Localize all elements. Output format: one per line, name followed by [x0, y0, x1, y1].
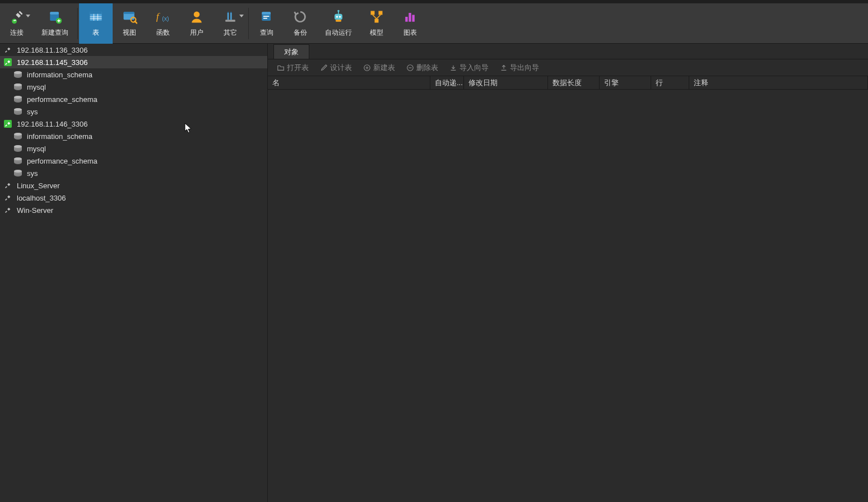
database-item[interactable]: sys: [0, 105, 267, 118]
columns-header: 名 自动递... 修改日期 数据长度 引擎 行 注释: [268, 76, 868, 90]
new-query-label: 新建查询: [41, 28, 68, 38]
column-data-length[interactable]: 数据长度: [548, 76, 600, 89]
connection-item[interactable]: 192.168.11.146_3306: [0, 118, 267, 130]
new-query-button[interactable]: 新建查询: [34, 3, 76, 44]
connect-button[interactable]: 连接: [0, 3, 34, 44]
user-button[interactable]: 用户: [180, 3, 213, 44]
connection-item[interactable]: Linux_Server: [0, 179, 267, 192]
database-item[interactable]: information_schema: [0, 68, 267, 81]
connection-label: localhost_3306: [17, 194, 66, 202]
action-label: 导出向导: [510, 63, 539, 73]
tab-object[interactable]: 对象: [273, 44, 309, 59]
svg-point-28: [339, 16, 341, 18]
table-list-body: [268, 90, 868, 502]
view-button[interactable]: 视图: [113, 3, 146, 44]
action-label: 新建表: [373, 63, 395, 73]
function-icon: f(x): [154, 8, 172, 26]
svg-rect-23: [262, 12, 271, 14]
database-icon: [13, 144, 22, 153]
svg-rect-35: [405, 17, 407, 22]
svg-rect-31: [336, 20, 342, 22]
svg-point-27: [336, 16, 338, 18]
plug-icon: [8, 8, 26, 26]
chart-icon: [401, 8, 419, 26]
new-table-button[interactable]: 新建表: [360, 62, 398, 74]
database-label: sys: [27, 108, 38, 116]
svg-point-0: [12, 19, 17, 24]
backup-label: 备份: [294, 28, 307, 38]
svg-rect-24: [263, 16, 270, 17]
database-item[interactable]: performance_schema: [0, 155, 267, 167]
autorun-label: 自动运行: [325, 28, 352, 38]
import-wizard-button[interactable]: 导入向导: [446, 62, 492, 74]
column-comment[interactable]: 注释: [689, 76, 868, 89]
connect-label: 连接: [10, 28, 24, 38]
column-modified-date[interactable]: 修改日期: [464, 76, 548, 89]
database-item[interactable]: performance_schema: [0, 93, 267, 105]
user-icon: [188, 8, 206, 26]
database-icon: [13, 169, 22, 178]
column-name[interactable]: 名: [268, 76, 430, 89]
tab-bar: 对象: [268, 44, 868, 59]
plug-icon: [3, 45, 12, 54]
plug-icon: [3, 119, 12, 128]
model-button[interactable]: 模型: [360, 3, 393, 44]
action-label: 导入向导: [459, 63, 489, 73]
connection-label: 192.168.11.136_3306: [17, 46, 88, 54]
design-table-button[interactable]: 设计表: [317, 62, 355, 74]
model-icon: [368, 8, 386, 26]
svg-text:f: f: [156, 11, 160, 22]
column-engine[interactable]: 引擎: [600, 76, 651, 89]
database-icon: [13, 70, 22, 79]
database-item[interactable]: mysql: [0, 81, 267, 93]
view-label: 视图: [123, 28, 136, 38]
chart-label: 图表: [403, 28, 417, 38]
query-button[interactable]: 查询: [250, 3, 284, 44]
connection-item[interactable]: 192.168.11.136_3306: [0, 44, 267, 56]
connection-item[interactable]: 192.168.11.145_3306: [0, 56, 267, 68]
export-wizard-button[interactable]: 导出向导: [496, 62, 542, 74]
database-item[interactable]: mysql: [0, 142, 267, 155]
table-button[interactable]: 表: [79, 3, 113, 44]
query-icon: [258, 8, 276, 26]
plug-icon: [3, 193, 12, 202]
toolbar-separator: [248, 8, 249, 39]
database-item[interactable]: sys: [0, 167, 267, 179]
database-label: mysql: [27, 145, 46, 153]
svg-rect-34: [375, 19, 379, 23]
svg-rect-20: [228, 13, 229, 20]
database-item[interactable]: information_schema: [0, 130, 267, 142]
pencil-icon: [320, 64, 328, 72]
function-button[interactable]: f(x) 函数: [146, 3, 180, 44]
table-icon: [87, 8, 105, 26]
plug-icon: [3, 58, 12, 67]
autorun-button[interactable]: 自动运行: [317, 3, 360, 44]
robot-icon: [329, 8, 347, 26]
connection-label: 192.168.11.146_3306: [17, 120, 88, 128]
chart-button[interactable]: 图表: [393, 3, 427, 44]
column-rows[interactable]: 行: [651, 76, 689, 89]
svg-text:(x): (x): [162, 15, 169, 22]
connection-label: 192.168.11.145_3306: [17, 58, 88, 67]
plus-circle-icon: [363, 64, 371, 72]
connection-item[interactable]: Win-Server: [0, 204, 267, 216]
svg-rect-21: [230, 13, 232, 20]
connection-label: Linux_Server: [17, 182, 60, 190]
database-icon: [13, 82, 22, 91]
other-button[interactable]: 其它: [213, 3, 247, 44]
connection-item[interactable]: localhost_3306: [0, 192, 267, 204]
column-autoincrement[interactable]: 自动递...: [430, 76, 464, 89]
svg-rect-2: [14, 20, 16, 20]
chevron-down-icon: [26, 15, 30, 17]
delete-table-button[interactable]: 删除表: [403, 62, 442, 74]
svg-rect-37: [412, 15, 415, 22]
object-panel: 对象 打开表 设计表 新建表 删除表 导入向导: [268, 44, 868, 502]
svg-rect-32: [371, 11, 375, 15]
open-table-button[interactable]: 打开表: [273, 62, 312, 74]
backup-button[interactable]: 备份: [284, 3, 317, 44]
table-label: 表: [92, 28, 99, 38]
database-label: sys: [27, 169, 38, 178]
backup-icon: [291, 8, 309, 26]
other-icon: [221, 8, 239, 26]
other-label: 其它: [224, 28, 237, 38]
